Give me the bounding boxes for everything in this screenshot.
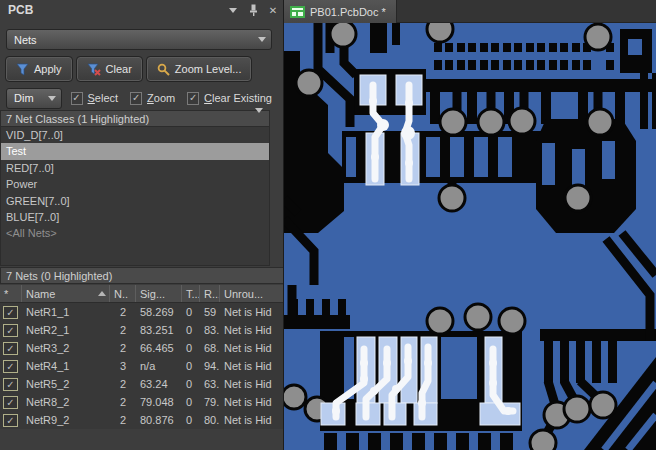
dim-options-row: Dim ✓ Select ✓ Zoom ✓ Clear Existing xyxy=(0,87,284,109)
column-header-star[interactable]: * xyxy=(0,285,22,302)
row-checkbox[interactable]: ✓ xyxy=(3,342,18,355)
pcb-board-view xyxy=(284,23,656,450)
zoom-checkbox[interactable]: ✓ xyxy=(130,92,142,105)
select-checkbox-label: Select xyxy=(88,92,119,104)
table-row[interactable]: ✓ NetR5_22 63.240 63.Net is Hid xyxy=(0,375,284,393)
zoom-level-button-label: Zoom Level... xyxy=(175,63,242,75)
tab-pb01-pcbdoc[interactable]: PB01.PcbDoc * xyxy=(284,0,397,23)
nets-table-header: * Name N.. Sig... T... R... Unrou... xyxy=(0,285,284,303)
net-classes-list: VID_D[7..0] Test RED[7..0] Power GREEN[7… xyxy=(0,127,270,266)
bottom-edge-pads xyxy=(324,433,513,450)
magnifier-icon xyxy=(157,63,170,76)
chevron-down-icon xyxy=(229,8,237,13)
net-classes-section-header[interactable]: 7 Net Classes (1 Highlighted) xyxy=(0,110,270,127)
table-row[interactable]: ✓ NetR3_22 66.4650 68.Net is Hid xyxy=(0,339,284,357)
pcb-document-icon xyxy=(290,6,305,18)
column-header-name[interactable]: Name xyxy=(22,285,110,302)
clear-button[interactable]: Clear xyxy=(77,57,142,81)
zoom-checkbox-label: Zoom xyxy=(147,92,175,104)
panel-close-button[interactable]: ✕ xyxy=(263,2,283,18)
panel-toolbar: Apply Clear Zoom Level... xyxy=(6,57,251,81)
panel-title: PCB xyxy=(0,3,223,17)
row-checkbox[interactable]: ✓ xyxy=(3,360,18,373)
row-checkbox[interactable]: ✓ xyxy=(3,306,18,319)
filter-icon xyxy=(16,63,29,76)
table-row[interactable]: ✓ NetR8_22 79.0480 79.Net is Hid xyxy=(0,393,284,411)
apply-button[interactable]: Apply xyxy=(6,57,72,81)
nets-table-body: ✓ NetR1_12 58.2690 59Net is Hid ✓ NetR2_… xyxy=(0,303,284,429)
select-checkbox[interactable]: ✓ xyxy=(71,92,83,105)
row-checkbox[interactable]: ✓ xyxy=(3,396,18,409)
net-class-item[interactable]: RED[7..0] xyxy=(1,160,269,176)
column-header-signal[interactable]: Sig... xyxy=(136,285,182,302)
document-tab-bar: PB01.PcbDoc * xyxy=(284,0,656,23)
chevron-down-icon xyxy=(43,96,61,101)
clear-button-label: Clear xyxy=(106,63,132,75)
nets-section-header[interactable]: 7 Nets (0 Highlighted) xyxy=(0,267,284,284)
dim-select-value: Dim xyxy=(7,92,43,104)
sort-ascending-icon xyxy=(98,291,106,296)
tab-label: PB01.PcbDoc * xyxy=(310,6,386,18)
clear-existing-checkbox-label: Clear Existing xyxy=(204,92,272,104)
row-checkbox[interactable]: ✓ xyxy=(3,378,18,391)
chevron-down-icon xyxy=(255,113,263,125)
net-class-item-all-nets[interactable]: <All Nets> xyxy=(1,225,269,241)
chevron-down-icon xyxy=(253,37,271,42)
net-class-item[interactable]: VID_D[7..0] xyxy=(1,127,269,143)
nets-header-label: 7 Nets (0 Highlighted) xyxy=(6,270,112,282)
pin-icon xyxy=(248,4,259,16)
panel-mode-value: Nets xyxy=(7,34,253,46)
filter-clear-icon xyxy=(87,63,101,76)
pcb-panel: PCB ✕ Nets Apply xyxy=(0,0,284,450)
row-checkbox[interactable]: ✓ xyxy=(3,324,18,337)
net-class-item[interactable]: Power xyxy=(1,176,269,192)
clear-existing-checkbox[interactable]: ✓ xyxy=(187,92,199,105)
net-classes-header-label: 7 Net Classes (1 Highlighted) xyxy=(6,113,149,125)
table-row[interactable]: ✓ NetR1_12 58.2690 59Net is Hid xyxy=(0,303,284,321)
table-row[interactable]: ✓ NetR9_22 80.8760 80.Net is Hid xyxy=(0,411,284,429)
application-window: PCB ✕ Nets Apply xyxy=(0,0,656,450)
dim-select[interactable]: Dim xyxy=(6,88,62,109)
panel-menu-button[interactable] xyxy=(223,2,243,18)
column-header-r[interactable]: R... xyxy=(200,285,220,302)
net-class-item[interactable]: GREEN[7..0] xyxy=(1,193,269,209)
table-row[interactable]: ✓ NetR4_13 n/a0 94.Net is Hid xyxy=(0,357,284,375)
table-row[interactable]: ✓ NetR2_12 83.2510 83.Net is Hid xyxy=(0,321,284,339)
net-class-item[interactable]: BLUE[7..0] xyxy=(1,209,269,225)
column-header-t[interactable]: T... xyxy=(182,285,200,302)
panel-pin-button[interactable] xyxy=(243,2,263,18)
apply-button-label: Apply xyxy=(34,63,62,75)
column-header-unrouted[interactable]: Unrou... xyxy=(220,285,284,302)
column-header-nodes[interactable]: N.. xyxy=(110,285,136,302)
zoom-level-button[interactable]: Zoom Level... xyxy=(147,57,252,81)
row-checkbox[interactable]: ✓ xyxy=(3,414,18,427)
net-class-item-selected[interactable]: Test xyxy=(1,143,269,159)
pcb-panel-header: PCB ✕ xyxy=(0,0,283,20)
panel-mode-select[interactable]: Nets xyxy=(6,29,272,50)
pcb-editor-canvas[interactable] xyxy=(284,23,656,450)
